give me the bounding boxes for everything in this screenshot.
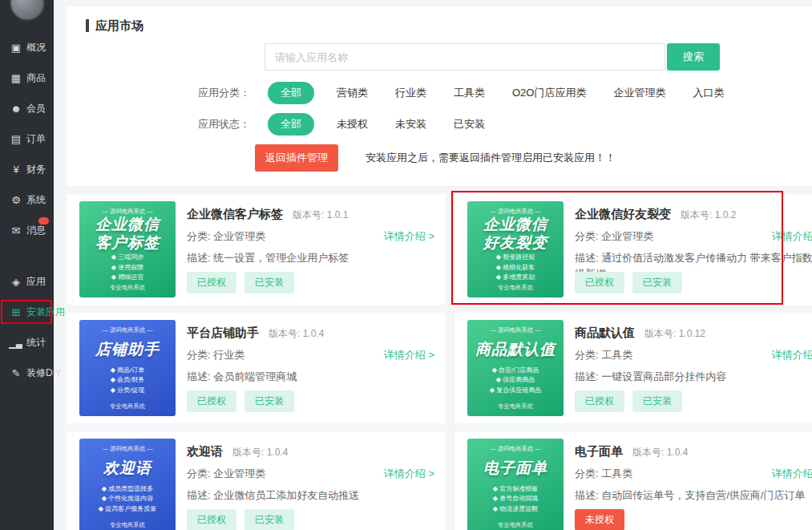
detail-link[interactable]: 详情介绍 > bbox=[384, 348, 434, 362]
app-image-top-caption: — 源码电商系统 — bbox=[103, 207, 153, 215]
detail-link[interactable]: 详情介绍 > bbox=[384, 467, 434, 481]
app-badges: 已授权已安装 bbox=[187, 272, 433, 298]
app-card: — 源码电商系统 — 欢迎语 ◆ 成员类型选择多◆ 个性化推送内容◆ 提高客户服… bbox=[67, 431, 446, 530]
detail-link[interactable]: 详情介绍 > bbox=[772, 348, 812, 362]
install-apps-icon: ⊞ bbox=[9, 306, 22, 318]
status-badge: 已授权 bbox=[187, 390, 236, 412]
app-card: — 源码电商系统 — 企业微信好友裂变 ◆ 裂变路径短◆ 规模化获客◆ 多维度奖… bbox=[454, 194, 812, 305]
app-card: — 源码电商系统 — 店铺助手 ◆ 商品/订单◆ 会员/财务◆ 分类/提现 专业… bbox=[67, 313, 446, 423]
app-info: 企业微信好友裂变 版本号: 1.0.2 分类: 企业管理类 描述: 通过价值活动… bbox=[575, 200, 812, 298]
filter-option[interactable]: 全部 bbox=[268, 82, 314, 104]
sidebar: ▣概况▦商品☻会员▤订单¥财务⚙系统✉消息◈应用⊞安装应用▁▃▅统计✎装修DIY bbox=[0, 0, 54, 530]
app-version: 版本号: 1.0.12 bbox=[644, 327, 705, 341]
app-image: — 源码电商系统 — 电子面单 ◆ 官方标准模板◆ 单号自动回填◆ 物流进度提醒… bbox=[467, 439, 564, 530]
app-card: — 源码电商系统 — 企业微信客户标签 ◆ 三端同步◆ 使用权限◆ 精细运营 专… bbox=[67, 194, 446, 305]
message-badge bbox=[38, 217, 49, 225]
status-badge: 已授权 bbox=[187, 509, 236, 530]
detail-link[interactable]: 详情介绍 > bbox=[772, 229, 812, 244]
sidebar-item-install-apps[interactable]: ⊞安装应用 bbox=[0, 297, 54, 327]
filter-option[interactable]: 未授权 bbox=[337, 117, 368, 131]
return-plugin-button[interactable]: 返回插件管理 bbox=[255, 144, 338, 172]
app-image-features: ◆ 商品/订单◆ 会员/财务◆ 分类/提现 bbox=[111, 366, 145, 395]
filter-option[interactable]: 工具类 bbox=[454, 86, 485, 100]
message-icon: ✉ bbox=[9, 225, 22, 237]
sidebar-item-label: 系统 bbox=[26, 193, 46, 207]
status-badge: 已授权 bbox=[575, 390, 624, 412]
app-version: 版本号: 1.0.4 bbox=[232, 446, 288, 459]
sidebar-item-goods[interactable]: ▦商品 bbox=[0, 63, 54, 93]
filter-label: 应用状态： bbox=[198, 117, 250, 131]
sidebar-item-orders[interactable]: ▤订单 bbox=[0, 123, 54, 154]
app-image-title: 企业微信好友裂变 bbox=[483, 216, 547, 253]
avatar[interactable] bbox=[10, 0, 45, 21]
app-description: 描述: 自动回传运单号，支持自营/供应商/门店订单 bbox=[575, 488, 812, 504]
app-name: 企业微信好友裂变 bbox=[575, 207, 671, 222]
sidebar-item-stats[interactable]: ▁▃▅统计 bbox=[0, 327, 54, 358]
app-image-bottom-caption: 专业电商系统 bbox=[498, 402, 533, 410]
app-image-features: ◆ 自营/门店商品◆ 供应商商品◆ 复合供应链商品 bbox=[490, 366, 541, 395]
detail-link[interactable]: 详情介绍 > bbox=[772, 467, 812, 481]
app-image-top-caption: — 源码电商系统 — bbox=[103, 444, 153, 452]
status-badge: 已安装 bbox=[244, 390, 294, 412]
app-image-bottom-caption: 专业电商系统 bbox=[498, 520, 533, 528]
title-marker-icon bbox=[86, 19, 89, 32]
search-button[interactable]: 搜索 bbox=[667, 43, 720, 71]
app-image-top-caption: — 源码电商系统 — bbox=[491, 207, 541, 215]
app-image-bottom-caption: 专业电商系统 bbox=[110, 520, 145, 528]
app-info: 企业微信客户标签 版本号: 1.0.1 分类: 企业管理类 描述: 统一设置，管… bbox=[187, 200, 433, 298]
app-description: 描述: 一键设置商品部分挂件内容 bbox=[575, 369, 812, 385]
app-image-title: 企业微信客户标签 bbox=[95, 216, 160, 253]
status-badge: 已安装 bbox=[244, 272, 294, 293]
app-image: — 源码电商系统 — 商品默认值 ◆ 自营/门店商品◆ 供应商商品◆ 复合供应链… bbox=[467, 320, 564, 416]
app-name: 平台店铺助手 bbox=[187, 326, 259, 341]
page-title: 应用市场 bbox=[86, 18, 812, 34]
sidebar-item-diy[interactable]: ✎装修DIY bbox=[0, 358, 54, 388]
filter-option[interactable]: 全部 bbox=[268, 113, 314, 136]
app-badges: 未授权 bbox=[575, 509, 812, 530]
app-image-features: ◆ 裂变路径短◆ 规模化获客◆ 多维度奖励 bbox=[496, 253, 535, 282]
sidebar-item-label: 消息 bbox=[26, 224, 46, 237]
sidebar-item-label: 安装应用 bbox=[26, 305, 65, 319]
sidebar-item-label: 统计 bbox=[26, 336, 46, 350]
filter-option[interactable]: 营销类 bbox=[337, 86, 368, 100]
app-image-title: 电子面单 bbox=[483, 459, 547, 478]
status-badge: 已授权 bbox=[187, 272, 236, 293]
sidebar-item-system[interactable]: ⚙系统 bbox=[0, 184, 54, 215]
search-input[interactable] bbox=[265, 43, 665, 71]
filter-option[interactable]: 入口类 bbox=[693, 86, 724, 100]
sidebar-item-label: 订单 bbox=[26, 132, 46, 146]
status-badge: 已授权 bbox=[575, 272, 624, 293]
app-badges: 已授权已安装 bbox=[575, 390, 812, 417]
app-image-title: 欢迎语 bbox=[103, 459, 151, 478]
app-version: 版本号: 1.0.4 bbox=[269, 327, 324, 341]
app-version: 版本号: 1.0.4 bbox=[632, 446, 688, 459]
app-name: 欢迎语 bbox=[187, 444, 223, 459]
finance-icon: ¥ bbox=[9, 164, 22, 176]
app-image-title: 商品默认值 bbox=[475, 341, 555, 359]
status-badge: 未授权 bbox=[575, 509, 624, 530]
app-badges: 已授权已安装 bbox=[187, 390, 433, 417]
sidebar-item-message[interactable]: ✉消息 bbox=[0, 215, 54, 245]
apps-grid: — 源码电商系统 — 企业微信客户标签 ◆ 三端同步◆ 使用权限◆ 精细运营 专… bbox=[67, 194, 812, 530]
app-description: 描述: 企业微信员工添加好友自动推送 bbox=[187, 488, 433, 504]
sidebar-item-apps[interactable]: ◈应用 bbox=[0, 266, 54, 297]
app-image-top-caption: — 源码电商系统 — bbox=[491, 444, 541, 452]
detail-link[interactable]: 详情介绍 > bbox=[384, 229, 434, 244]
app-info: 商品默认值 版本号: 1.0.12 分类: 工具类 描述: 一键设置商品部分挂件… bbox=[575, 319, 812, 417]
filter-option[interactable]: 企业管理类 bbox=[613, 86, 665, 100]
app-image-features: ◆ 三端同步◆ 使用权限◆ 精细运营 bbox=[111, 253, 143, 282]
filter-label: 应用分类： bbox=[198, 86, 250, 100]
sidebar-item-members[interactable]: ☻会员 bbox=[0, 93, 54, 123]
filter-option[interactable]: O2O门店应用类 bbox=[512, 86, 586, 100]
sidebar-item-label: 装修DIY bbox=[26, 366, 62, 380]
app-description: 描述: 会员前端管理商城 bbox=[187, 369, 433, 385]
filter-option[interactable]: 行业类 bbox=[395, 86, 426, 100]
members-icon: ☻ bbox=[9, 103, 22, 115]
sidebar-item-finance[interactable]: ¥财务 bbox=[0, 154, 54, 184]
page-title-text: 应用市场 bbox=[95, 18, 143, 34]
status-badge: 已安装 bbox=[632, 390, 682, 412]
app-image: — 源码电商系统 — 企业微信客户标签 ◆ 三端同步◆ 使用权限◆ 精细运营 专… bbox=[79, 201, 176, 297]
filter-option[interactable]: 未安装 bbox=[395, 117, 426, 131]
filter-option[interactable]: 已安装 bbox=[454, 117, 485, 131]
sidebar-item-overview[interactable]: ▣概况 bbox=[0, 32, 54, 63]
